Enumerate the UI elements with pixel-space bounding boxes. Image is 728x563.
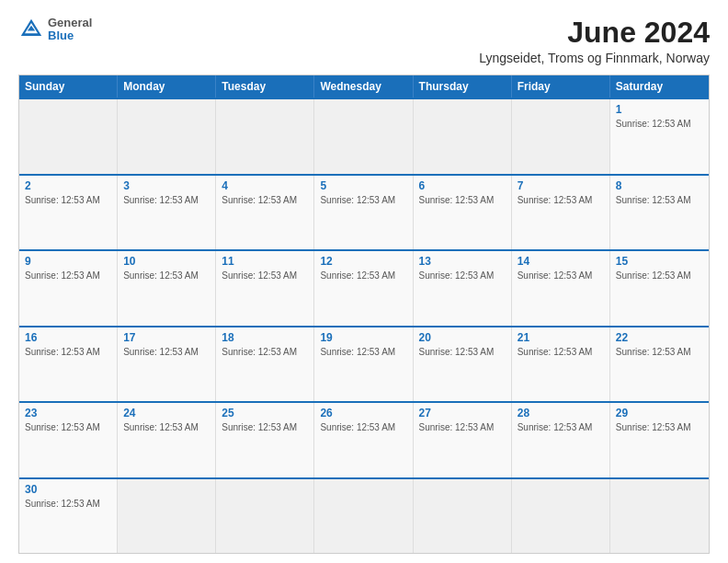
- calendar-cell: 15Sunrise: 12:53 AM: [610, 251, 709, 325]
- day-number: 9: [25, 255, 111, 268]
- calendar-cell: 16Sunrise: 12:53 AM: [19, 327, 118, 401]
- calendar-cell: 4Sunrise: 12:53 AM: [216, 176, 314, 249]
- header-day-thursday: Thursday: [414, 75, 512, 98]
- day-sunrise: Sunrise: 12:53 AM: [222, 194, 308, 206]
- calendar-cell: 19Sunrise: 12:53 AM: [314, 327, 413, 401]
- calendar-cell: 28Sunrise: 12:53 AM: [512, 403, 610, 477]
- day-number: 25: [222, 407, 308, 419]
- day-sunrise: Sunrise: 12:53 AM: [419, 346, 506, 358]
- day-number: 11: [222, 255, 308, 268]
- day-number: 18: [222, 331, 308, 344]
- day-number: 29: [616, 407, 703, 419]
- calendar-cell: 14Sunrise: 12:53 AM: [512, 251, 610, 325]
- day-sunrise: Sunrise: 12:53 AM: [320, 346, 406, 358]
- calendar-cell: [216, 479, 314, 553]
- day-sunrise: Sunrise: 12:53 AM: [518, 270, 604, 282]
- day-number: 5: [320, 179, 406, 192]
- day-sunrise: Sunrise: 12:53 AM: [222, 270, 308, 282]
- calendar-cell: [19, 99, 118, 173]
- calendar-week-6: 30Sunrise: 12:53 AM: [19, 477, 709, 553]
- calendar-cell: [314, 99, 413, 173]
- day-number: 8: [616, 179, 703, 192]
- calendar-cell: [414, 99, 512, 173]
- calendar-cell: [610, 479, 709, 553]
- day-sunrise: Sunrise: 12:53 AM: [419, 270, 506, 282]
- logo: General Blue: [18, 17, 92, 43]
- day-sunrise: Sunrise: 12:53 AM: [25, 421, 111, 433]
- calendar-header: SundayMondayTuesdayWednesdayThursdayFrid…: [19, 75, 709, 98]
- day-number: 1: [616, 103, 703, 116]
- day-sunrise: Sunrise: 12:53 AM: [320, 270, 406, 282]
- day-number: 16: [25, 331, 111, 344]
- day-sunrise: Sunrise: 12:53 AM: [616, 118, 703, 130]
- calendar-cell: 20Sunrise: 12:53 AM: [414, 327, 512, 401]
- calendar-cell: 9Sunrise: 12:53 AM: [19, 251, 118, 325]
- calendar-cell: [118, 479, 216, 553]
- calendar-cell: [512, 99, 610, 173]
- header-day-monday: Monday: [118, 75, 216, 98]
- day-number: 6: [419, 179, 506, 192]
- day-sunrise: Sunrise: 12:53 AM: [320, 194, 406, 206]
- logo-icon: [18, 17, 44, 42]
- day-sunrise: Sunrise: 12:53 AM: [123, 270, 210, 282]
- calendar-cell: 18Sunrise: 12:53 AM: [216, 327, 314, 401]
- day-number: 30: [25, 483, 111, 496]
- calendar-cell: 25Sunrise: 12:53 AM: [216, 403, 314, 477]
- calendar-cell: 13Sunrise: 12:53 AM: [414, 251, 512, 325]
- calendar-cell: 10Sunrise: 12:53 AM: [118, 251, 216, 325]
- calendar-cell: 5Sunrise: 12:53 AM: [314, 176, 413, 249]
- calendar-cell: 22Sunrise: 12:53 AM: [610, 327, 709, 401]
- page: General Blue June 2024 Lyngseidet, Troms…: [0, 0, 728, 563]
- calendar-week-1: 1Sunrise: 12:53 AM: [19, 98, 709, 173]
- day-sunrise: Sunrise: 12:53 AM: [616, 346, 703, 358]
- day-number: 26: [320, 407, 406, 419]
- calendar: SundayMondayTuesdayWednesdayThursdayFrid…: [18, 75, 710, 554]
- header-day-friday: Friday: [512, 75, 610, 98]
- day-sunrise: Sunrise: 12:53 AM: [123, 421, 210, 433]
- day-number: 12: [320, 255, 406, 268]
- day-number: 15: [616, 255, 703, 268]
- logo-blue: Blue: [48, 29, 92, 42]
- header-day-wednesday: Wednesday: [314, 75, 413, 98]
- day-sunrise: Sunrise: 12:53 AM: [518, 346, 604, 358]
- day-number: 10: [123, 255, 210, 268]
- calendar-cell: 12Sunrise: 12:53 AM: [314, 251, 413, 325]
- day-sunrise: Sunrise: 12:53 AM: [222, 346, 308, 358]
- header-day-tuesday: Tuesday: [216, 75, 314, 98]
- calendar-cell: 6Sunrise: 12:53 AM: [414, 176, 512, 249]
- day-number: 24: [123, 407, 210, 419]
- day-sunrise: Sunrise: 12:53 AM: [419, 421, 506, 433]
- calendar-cell: 30Sunrise: 12:53 AM: [19, 479, 118, 553]
- calendar-cell: 11Sunrise: 12:53 AM: [216, 251, 314, 325]
- day-number: 4: [222, 179, 308, 192]
- logo-text: General Blue: [48, 17, 92, 43]
- day-number: 2: [25, 179, 111, 192]
- day-number: 3: [123, 179, 210, 192]
- calendar-cell: 3Sunrise: 12:53 AM: [118, 176, 216, 249]
- header-day-sunday: Sunday: [19, 75, 118, 98]
- day-sunrise: Sunrise: 12:53 AM: [222, 421, 308, 433]
- calendar-cell: 17Sunrise: 12:53 AM: [118, 327, 216, 401]
- day-sunrise: Sunrise: 12:53 AM: [123, 194, 210, 206]
- day-number: 22: [616, 331, 703, 344]
- day-number: 20: [419, 331, 506, 344]
- day-number: 28: [518, 407, 604, 419]
- calendar-cell: 27Sunrise: 12:53 AM: [414, 403, 512, 477]
- calendar-cell: 8Sunrise: 12:53 AM: [610, 176, 709, 249]
- day-number: 27: [419, 407, 506, 419]
- day-number: 23: [25, 407, 111, 419]
- month-title: June 2024: [479, 17, 710, 49]
- day-number: 17: [123, 331, 210, 344]
- calendar-cell: [414, 479, 512, 553]
- calendar-cell: [314, 479, 413, 553]
- calendar-cell: [118, 99, 216, 173]
- header-right: June 2024 Lyngseidet, Troms og Finnmark,…: [479, 17, 710, 65]
- header-day-saturday: Saturday: [610, 75, 709, 98]
- calendar-week-2: 2Sunrise: 12:53 AM3Sunrise: 12:53 AM4Sun…: [19, 174, 709, 249]
- day-number: 7: [518, 179, 604, 192]
- day-sunrise: Sunrise: 12:53 AM: [616, 194, 703, 206]
- day-sunrise: Sunrise: 12:53 AM: [25, 270, 111, 282]
- calendar-week-5: 23Sunrise: 12:53 AM24Sunrise: 12:53 AM25…: [19, 401, 709, 477]
- calendar-body: 1Sunrise: 12:53 AM2Sunrise: 12:53 AM3Sun…: [19, 98, 709, 553]
- calendar-cell: 23Sunrise: 12:53 AM: [19, 403, 118, 477]
